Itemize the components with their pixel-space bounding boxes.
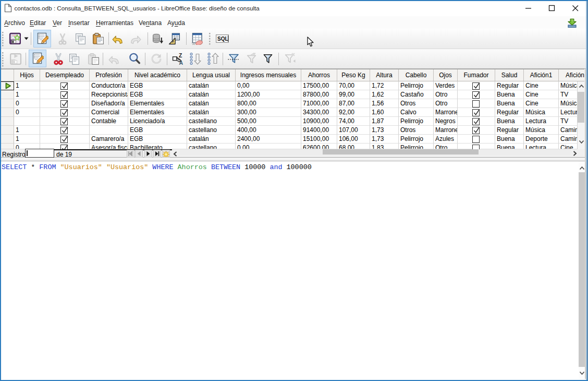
svg-text:Z: Z	[179, 53, 182, 58]
